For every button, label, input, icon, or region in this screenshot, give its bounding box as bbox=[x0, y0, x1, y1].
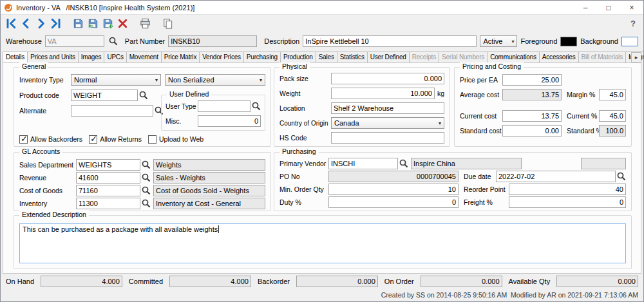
misc-label: Misc. bbox=[166, 117, 198, 125]
tab-prices-and-units[interactable]: Prices and Units bbox=[27, 52, 79, 62]
po-no-label: PO No bbox=[279, 173, 328, 180]
inventory-type-label: Inventory Type bbox=[19, 76, 71, 84]
product-code-input[interactable]: WEIGHT bbox=[71, 90, 138, 101]
user-type-input[interactable] bbox=[198, 100, 251, 112]
first-record-button[interactable] bbox=[4, 16, 19, 31]
hs-code-input[interactable] bbox=[331, 132, 444, 144]
inventory-window: Inventory - VA /INSKB10 [Inspire Health … bbox=[0, 0, 644, 302]
cost-of-goods-search-icon[interactable] bbox=[142, 186, 151, 195]
due-date-input[interactable]: 2022-07-02 bbox=[496, 171, 616, 182]
inventory-account-name: Inventory at Cost - General bbox=[153, 198, 265, 209]
last-record-button[interactable] bbox=[48, 16, 63, 31]
revenue-search-icon[interactable] bbox=[142, 173, 151, 182]
upload-to-web-checkbox[interactable] bbox=[148, 135, 156, 144]
physical-group-title: Physical bbox=[279, 62, 310, 70]
user-type-search-icon[interactable] bbox=[252, 102, 261, 111]
tab-details[interactable]: Details bbox=[3, 52, 28, 62]
duty-pct-input[interactable]: 0 bbox=[328, 196, 459, 208]
minimize-button[interactable]: – bbox=[574, 1, 597, 14]
weight-unit-label: kg bbox=[437, 90, 444, 97]
margin-pct-input[interactable]: 45.0 bbox=[599, 89, 626, 100]
save-new-icon bbox=[102, 17, 114, 30]
inventory-account-search-icon[interactable] bbox=[142, 199, 151, 208]
foreground-color-swatch[interactable] bbox=[560, 37, 577, 46]
warehouse-search-icon[interactable] bbox=[109, 37, 118, 46]
po-no-row: PO No 0000700045 Due date 2022-07-02 bbox=[279, 171, 626, 182]
save-button[interactable] bbox=[71, 16, 86, 31]
tab-statistics[interactable]: Statistics bbox=[337, 52, 368, 62]
tab-purchasing[interactable]: Purchasing bbox=[243, 52, 281, 62]
location-input[interactable]: Shelf 2 Warehouse bbox=[331, 102, 444, 114]
general-group: General Inventory Type Normal ▾ Non Seri… bbox=[14, 67, 271, 147]
user-type-label: User Type bbox=[166, 102, 198, 110]
reorder-point-label: Reorder Point bbox=[464, 185, 506, 193]
tab-upcs[interactable]: UPCs bbox=[104, 52, 126, 62]
toolbar: ? bbox=[1, 15, 643, 32]
next-record-button[interactable] bbox=[33, 16, 48, 31]
current-pct-input[interactable]: 45.0 bbox=[599, 110, 626, 122]
previous-record-button[interactable] bbox=[19, 16, 33, 31]
maximize-button[interactable]: □ bbox=[597, 1, 620, 14]
status-select[interactable]: Active ▾ bbox=[480, 35, 517, 47]
chevron-down-icon: ▾ bbox=[509, 39, 516, 44]
due-date-search-icon[interactable] bbox=[617, 172, 626, 181]
extended-description-textarea[interactable]: This can be purchased as a package with … bbox=[19, 223, 626, 263]
description-input[interactable]: InSpire Kettlebell 10 bbox=[303, 35, 477, 47]
pricing-costing-group-title: Pricing and Costing bbox=[460, 62, 524, 70]
tab-scroll-right-button[interactable]: ▸ bbox=[631, 52, 641, 62]
general-group-title: General bbox=[19, 62, 48, 70]
help-icon[interactable]: ? bbox=[630, 19, 636, 28]
reorder-point-input[interactable]: 40 bbox=[509, 184, 626, 195]
tab-bar: Details Prices and Units Images UPCs Mov… bbox=[1, 51, 643, 62]
save-new-button[interactable] bbox=[100, 16, 115, 31]
tab-accessories[interactable]: Accessories bbox=[539, 52, 579, 62]
copy-button[interactable] bbox=[160, 16, 175, 31]
cost-of-goods-input[interactable]: 71160 bbox=[76, 185, 140, 196]
sales-department-input[interactable]: WEIGHTS bbox=[76, 159, 140, 171]
inventory-type-select[interactable]: Normal ▾ bbox=[71, 74, 161, 86]
print-button[interactable] bbox=[138, 16, 153, 31]
tab-user-defined[interactable]: User Defined bbox=[367, 52, 410, 62]
on-order-value: 0.000 bbox=[421, 276, 502, 287]
current-cost-input[interactable]: 13.75 bbox=[502, 110, 562, 122]
background-color-swatch[interactable] bbox=[621, 37, 638, 46]
tab-communications[interactable]: Communications bbox=[487, 52, 540, 62]
primary-vendor-search-icon[interactable] bbox=[399, 159, 408, 168]
tab-images[interactable]: Images bbox=[78, 52, 105, 62]
cost-of-goods-row: Cost of Goods 71160 Cost of Goods Sold -… bbox=[19, 185, 265, 196]
price-per-ea-input[interactable]: 25.00 bbox=[502, 74, 562, 86]
standard-cost-row: Standard cost 0.00 Standard % 100.0 bbox=[460, 125, 626, 137]
delete-button[interactable] bbox=[115, 16, 130, 31]
tab-movement[interactable]: Movement bbox=[126, 52, 162, 62]
pack-size-input[interactable]: 0.000 bbox=[331, 73, 444, 84]
sales-department-search-icon[interactable] bbox=[142, 160, 151, 169]
alternate-input[interactable] bbox=[71, 105, 153, 117]
pack-size-row: Pack size 0.000 bbox=[279, 73, 444, 84]
inventory-account-input[interactable]: 11300 bbox=[76, 198, 140, 209]
product-code-search-icon[interactable] bbox=[139, 91, 148, 100]
misc-input[interactable]: 0 bbox=[198, 115, 261, 127]
allow-returns-checkbox[interactable] bbox=[89, 135, 97, 144]
weight-input[interactable]: 10.000 bbox=[331, 88, 435, 99]
standard-cost-input[interactable]: 0.00 bbox=[502, 125, 562, 137]
close-button[interactable]: × bbox=[620, 1, 643, 14]
purchasing-group: Purchasing Primary Vendor INSCHI Inspire… bbox=[274, 152, 632, 211]
tab-price-matrix[interactable]: Price Matrix bbox=[161, 52, 200, 62]
revenue-input[interactable]: 41600 bbox=[76, 172, 140, 184]
tab-production[interactable]: Production bbox=[280, 52, 316, 62]
tab-sales[interactable]: Sales bbox=[316, 52, 337, 62]
inventory-account-row: Inventory 11300 Inventory at Cost - Gene… bbox=[19, 198, 265, 209]
save-close-button[interactable] bbox=[86, 16, 100, 31]
weight-row: Weight 10.000 kg bbox=[279, 88, 444, 99]
user-type-row: User Type bbox=[166, 100, 261, 112]
freight-pct-input[interactable]: 0 bbox=[509, 196, 626, 208]
allow-backorders-checkbox[interactable] bbox=[19, 135, 28, 144]
average-cost-label: Average cost bbox=[460, 91, 502, 99]
tab-vendor-prices[interactable]: Vendor Prices bbox=[199, 52, 244, 62]
inventory-account-label: Inventory bbox=[19, 200, 76, 207]
first-record-icon bbox=[5, 17, 17, 30]
min-order-qty-input[interactable]: 10 bbox=[328, 184, 459, 195]
primary-vendor-input[interactable]: INSCHI bbox=[328, 158, 398, 169]
country-of-origin-select[interactable]: Canada ▾ bbox=[331, 117, 444, 129]
serialized-select[interactable]: Non Serialized ▾ bbox=[165, 74, 265, 86]
